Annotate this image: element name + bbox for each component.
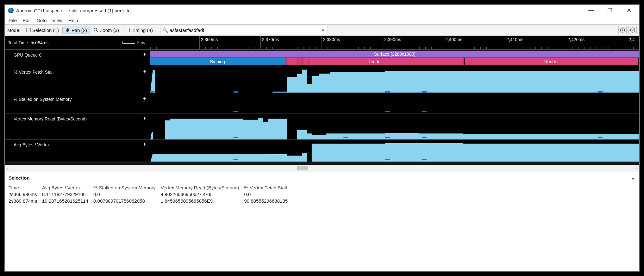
major-tick: 2,400ms [444,36,462,49]
counter-track: Vertex Memory Read (Bytes/Second) [5,113,639,139]
selection-heading: Selection [9,175,30,181]
minor-tick [633,47,634,49]
minor-tick [285,47,285,49]
scroll-right-icon[interactable]: › [633,166,639,171]
minor-tick [480,47,481,49]
span-boundary [285,58,286,65]
minimize-button[interactable]: — [586,7,596,14]
counter-canvas[interactable] [150,67,639,94]
minor-tick [431,47,432,49]
minor-tick [529,47,529,49]
close-button[interactable]: ✕ [624,7,634,14]
minor-tick [493,47,493,49]
minor-tick [346,47,346,49]
track-label: GPU Queue 0 [14,52,41,58]
svg-rect-26 [422,159,426,160]
minor-tick [163,47,163,49]
minor-tick [615,47,615,49]
scrollbar-thumb[interactable] [297,166,308,170]
counter-canvas[interactable] [150,94,639,113]
svg-rect-18 [422,111,426,112]
total-time-label: Total Time: 5s084ms [8,40,48,45]
span-render[interactable]: Render [465,58,638,65]
horizontal-scrollbar[interactable]: ‹ › [5,165,639,172]
collapse-icon[interactable]: ⌄ [631,174,635,181]
table-row[interactable]: 2s366.996ms8.1111827793291060.04.9022603… [9,191,293,198]
time-ruler[interactable]: 2,360ms2,370ms2,380ms2,390ms2,400ms2,410… [150,36,639,49]
minor-tick [211,47,212,49]
pin-icon[interactable] [142,70,147,75]
menu-file[interactable]: File [7,17,19,24]
scale-label: 2ms [137,40,145,45]
scroll-left-icon[interactable]: ‹ [5,166,11,171]
table-cell: 19.287165281625114 [42,198,93,204]
span-boundary [297,58,298,65]
selection-table: TimeAvg Bytes / Vertex% Stalled on Syste… [9,184,293,204]
pin-icon[interactable] [142,142,147,148]
search-box[interactable]: 🔍 × [160,26,328,34]
counter-canvas[interactable] [150,113,639,139]
gpu-queue-track: GPU Queue 0 Surface (2280x1080)BinningRe… [5,50,639,67]
menu-goto[interactable]: Goto [34,17,49,24]
track-label: % Stalled on System Memory [14,97,72,102]
window-title: Android GPU Inspector - split_compressed… [16,8,131,13]
table-cell: 0.0 [93,191,161,198]
counter-canvas[interactable] [150,139,639,162]
span-boundary [312,58,312,65]
pin-icon[interactable] [142,52,147,58]
timeline[interactable]: Total Time: 5s084ms 2ms 2,360ms2,370ms2,… [5,36,639,165]
table-cell: 0.007389701756082058 [93,198,161,204]
mode-timing-button[interactable]: Timing (4) [122,27,156,34]
mode-label: Mode: [7,28,21,33]
minor-tick [169,47,169,49]
pin-icon[interactable] [142,116,147,122]
menu-edit[interactable]: Edit [20,17,33,24]
span-surface[interactable]: Surface (2280x1080) [150,51,639,58]
table-row[interactable]: 2s389.874ms19.2871652816251140.007389701… [9,198,293,204]
minor-tick [377,47,377,49]
mode-selection-button[interactable]: Selection (1) [23,27,62,34]
minor-tick [462,47,462,49]
mode-zoom-button[interactable]: Zoom (3) [91,27,122,34]
svg-rect-17 [385,111,390,112]
svg-rect-15 [598,91,603,93]
minor-tick [309,47,309,49]
minor-tick [486,47,487,49]
span-boundary [639,58,639,65]
minor-tick [591,47,591,49]
table-cell: 0.0 [244,191,293,198]
minor-tick [370,47,371,49]
svg-rect-21 [385,137,390,138]
minor-tick [187,47,187,49]
svg-rect-16 [234,111,238,112]
table-cell: 90.88555296638185 [244,198,293,204]
span-boundary [463,58,464,65]
minor-tick [456,47,456,49]
minor-tick [205,47,206,49]
search-clear-icon[interactable]: × [320,27,326,33]
gpu-queue-canvas[interactable]: Surface (2280x1080)BinningRenderRender [150,50,639,67]
span-binning[interactable]: Binning [150,58,285,65]
menu-view[interactable]: View [50,17,65,24]
svg-point-8 [622,28,623,29]
help-icon: ? [630,28,635,33]
span-boundary [313,58,313,65]
maximize-button[interactable]: ☐ [605,7,615,14]
counter-track: % Vertex Fetch Stall [5,67,639,94]
svg-rect-11 [150,91,154,93]
minor-tick [254,47,254,49]
minor-tick [248,47,248,49]
minor-tick [181,47,181,49]
selection-icon [26,28,31,33]
minor-tick [150,47,151,49]
help-button[interactable]: ? [628,26,637,34]
info-button[interactable] [618,26,627,34]
selection-column-header: % Vertex Fetch Stall [244,184,293,191]
mode-pan-button[interactable]: Pan (2) [62,27,90,34]
pin-icon[interactable] [142,97,147,102]
search-input[interactable] [170,28,320,33]
minor-tick [407,47,407,49]
minor-tick [358,47,359,49]
minor-tick [511,47,511,49]
menu-help[interactable]: Help [66,17,81,24]
